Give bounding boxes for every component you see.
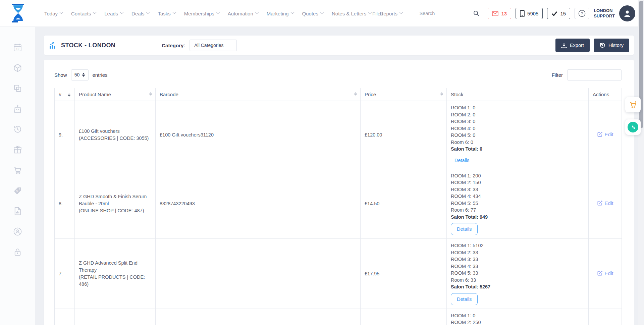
actions-cell: Edit: [589, 239, 622, 309]
search-box: [415, 8, 483, 19]
category-label: Category:: [162, 43, 185, 48]
tasks-count: 15: [560, 11, 566, 16]
phone-badge[interactable]: 5905: [516, 8, 543, 19]
actions-cell: [589, 309, 622, 325]
copy-icon[interactable]: [13, 84, 22, 93]
chevron-down-icon: [368, 10, 372, 14]
lock-icon[interactable]: [13, 248, 22, 257]
stock-line: ROOM 1: 200: [451, 172, 584, 179]
cart-icon: [629, 100, 637, 109]
stock-line: ROOM 4: 33: [451, 263, 584, 270]
nav-item[interactable]: Tasks: [158, 11, 175, 16]
scrollbar-track[interactable]: [638, 0, 644, 325]
actions-cell: Edit: [589, 101, 622, 169]
search-button[interactable]: [469, 8, 483, 19]
page-size-select[interactable]: 50: [71, 69, 89, 80]
product-name-cell: Z GHD Advanced Split End Therapy (RETAIL…: [75, 239, 156, 309]
nav-item-label: Memberships: [184, 11, 214, 16]
help-badge[interactable]: ?: [575, 8, 589, 19]
calendar-icon[interactable]: 12: [13, 43, 22, 52]
export-button[interactable]: Export: [555, 39, 590, 52]
header-num[interactable]: #: [55, 88, 75, 101]
barcode-cell: £100 Gift vouchers31120: [156, 101, 361, 169]
filter-label: Filter: [552, 72, 563, 78]
edit-link[interactable]: Edit: [597, 270, 613, 276]
edit-pencil-icon: [597, 200, 603, 206]
row-number: 7.: [55, 239, 75, 309]
phone-icon: [628, 122, 638, 132]
nav-item[interactable]: Marketing: [267, 11, 294, 16]
bag-download-icon[interactable]: [13, 104, 22, 113]
price-cell: £120.00: [361, 101, 447, 169]
header-product-name[interactable]: Product Name: [75, 88, 156, 101]
nav-item-label: Tasks: [158, 11, 170, 16]
stock-cell: ROOM 1: 0ROOM 2: 0ROOM 3: 0ROOM 4: 0ROOM…: [447, 101, 589, 169]
actions-cell: Edit: [589, 169, 622, 239]
nav-item[interactable]: Automation: [228, 11, 258, 16]
product-name-cell: [75, 309, 156, 325]
nav-item[interactable]: Deals: [131, 11, 149, 16]
messages-badge[interactable]: 13: [488, 8, 511, 19]
nav-item[interactable]: Reports: [380, 11, 402, 16]
details-button[interactable]: Details: [451, 223, 478, 235]
edit-pencil-icon: [597, 131, 603, 137]
nav-item-label: Quotes: [302, 11, 318, 16]
stock-line: ROOM 5: 0: [451, 132, 584, 139]
nav-item[interactable]: Leads: [104, 11, 123, 16]
phone-widget-button[interactable]: [625, 119, 641, 135]
header-price[interactable]: Price: [361, 88, 447, 101]
chevron-down-icon: [146, 10, 150, 14]
stock-line: Room 6: 33: [451, 277, 584, 284]
history-button[interactable]: History: [594, 39, 629, 52]
nav-item[interactable]: Notes & Letters: [332, 11, 371, 16]
avatar[interactable]: [619, 5, 635, 21]
filter-input[interactable]: [567, 69, 622, 80]
app-logo-icon[interactable]: [10, 3, 26, 23]
history-icon[interactable]: [13, 125, 22, 134]
gift-icon[interactable]: [13, 145, 22, 154]
row-number: [55, 309, 75, 325]
products-cube-icon[interactable]: [13, 63, 22, 72]
page-title: STOCK - LONDON: [49, 42, 115, 49]
main-nav: Today Contacts Leads Deals Tasks: [44, 0, 402, 27]
salon-total: Salon Total: 5267: [451, 283, 584, 290]
details-button[interactable]: Details: [451, 293, 478, 305]
table-row: 8. Z GHD Smooth & Finish Serum Bauble - …: [55, 169, 622, 239]
sort-icon: [354, 92, 357, 96]
chevron-down-icon: [93, 10, 97, 14]
nav-item-label: Notes & Letters: [332, 11, 366, 16]
search-icon: [473, 10, 479, 16]
sort-icon: [68, 93, 70, 97]
price-tag-icon[interactable]: $: [13, 186, 22, 195]
edit-link[interactable]: Edit: [597, 200, 613, 206]
header-stock: Stock: [447, 88, 589, 101]
stock-line: Room 6: 0: [451, 139, 584, 146]
entries-label: entries: [93, 72, 108, 78]
search-input[interactable]: [415, 8, 469, 19]
details-button[interactable]: Details: [451, 155, 473, 165]
question-icon: ?: [578, 10, 586, 17]
nav-item-label: Leads: [104, 11, 118, 16]
user-circle-icon[interactable]: [13, 227, 22, 236]
barcode-cell: 8328743220493: [156, 169, 361, 239]
tasks-badge[interactable]: 15: [547, 8, 570, 19]
nav-item[interactable]: Quotes: [302, 11, 323, 16]
nav-item-files[interactable]: Files: [372, 11, 383, 16]
edit-link[interactable]: Edit: [597, 131, 613, 137]
table-row: 7. Z GHD Advanced Split End Therapy (RET…: [55, 239, 622, 309]
edit-pencil-icon: [597, 270, 603, 276]
report-icon[interactable]: [13, 207, 22, 216]
header-barcode[interactable]: Barcode: [156, 88, 361, 101]
cart-widget-button[interactable]: [625, 97, 641, 112]
header-actions: Actions: [589, 88, 622, 101]
nav-item[interactable]: Contacts: [71, 11, 96, 16]
category-select[interactable]: All Categories: [190, 40, 237, 51]
nav-item-label: Deals: [131, 11, 144, 16]
stock-cell: ROOM 1: 200ROOM 2: 150ROOM 3: 33ROOM 4: …: [447, 169, 589, 239]
barcode-cell: [156, 309, 361, 325]
stock-table: # Product Name Barcode Price Stock Actio…: [54, 88, 622, 325]
cart-icon[interactable]: [13, 166, 22, 175]
nav-item[interactable]: Today: [44, 11, 63, 16]
nav-item[interactable]: Memberships: [184, 11, 219, 16]
chevron-down-icon: [290, 10, 294, 14]
